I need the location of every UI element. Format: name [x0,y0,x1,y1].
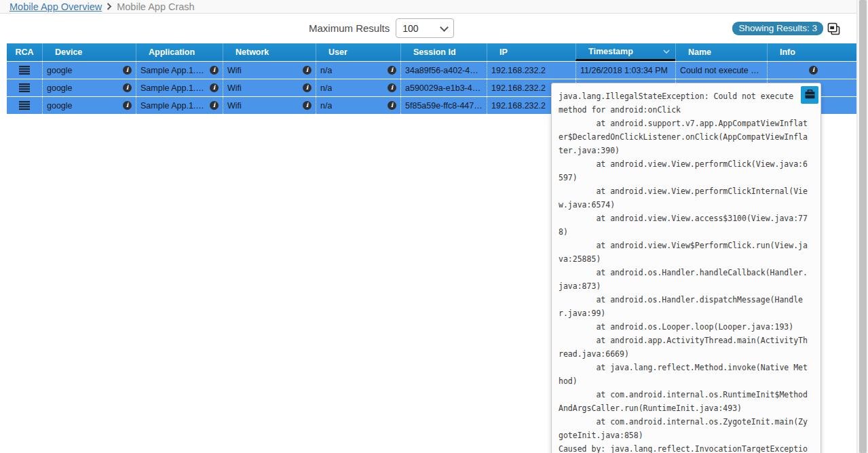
info-icon[interactable] [123,66,132,75]
info-icon[interactable] [303,66,312,75]
timestamp-value: 11/26/2018 1:03:34 PM [580,66,668,75]
chevron-down-icon [663,47,670,56]
copy-button[interactable] [801,86,818,104]
ip-value: 192.168.232.2 [491,66,546,75]
application-value: Sample App.1.8.5.1-S [140,101,207,111]
max-results-select[interactable]: 100 [396,18,454,38]
column-header-info[interactable]: Info [767,43,856,61]
application-value: Sample App.1.8.5.1-S [140,83,207,93]
stack-trace-text: java.lang.IllegalStateException: Could n… [552,83,820,453]
info-icon[interactable] [303,83,312,92]
max-results-control: Maximum Results 100 [309,18,454,38]
info-icon[interactable] [210,83,219,92]
column-header-name[interactable]: Name [675,43,767,61]
info-icon[interactable] [210,66,219,75]
session-id-value: 34a89f56-a402-4bd6-... [405,66,483,75]
info-icon[interactable] [809,66,818,75]
ip-value: 192.168.232.2 [491,101,546,111]
user-cell: n/a [316,97,400,114]
column-header-session-id[interactable]: Session Id [400,43,487,61]
export-results-icon[interactable] [827,22,840,35]
results-summary: Showing Results: 3 [732,22,840,35]
column-header-rca[interactable]: RCA [7,43,42,61]
network-value: Wifi [227,83,242,93]
session-id-value: 5f85a59e-ffc8-4471-9... [405,101,483,111]
ip-value: 192.168.232.2 [491,83,546,93]
name-value: Could not execute me... [680,66,763,75]
device-value: google [47,66,73,75]
user-cell: n/a [316,79,400,96]
chevron-right-icon [107,1,112,12]
max-results-label: Maximum Results [309,22,390,34]
device-cell: google [42,97,136,114]
info-icon[interactable] [388,66,396,75]
network-cell: Wifi [223,97,316,114]
session-id-cell: 34a89f56-a402-4bd6-... [400,62,487,79]
rca-cell [7,79,42,96]
user-cell: n/a [316,62,400,79]
user-value: n/a [320,66,332,75]
session-id-value: a590029a-e1b3-464e... [405,83,483,93]
application-value: Sample App.1.8.5.1-S [140,66,207,75]
rca-cell [7,62,42,79]
info-icon[interactable] [388,83,396,92]
device-cell: google [42,79,136,96]
column-header-network[interactable]: Network [223,43,316,61]
rca-list-icon[interactable] [19,66,30,75]
info-icon[interactable] [388,101,396,110]
column-header-application[interactable]: Application [136,43,223,61]
info-icon[interactable] [210,101,219,110]
device-value: google [47,83,73,93]
info-icon[interactable] [123,101,132,110]
breadcrumb-link[interactable]: Mobile App Overview [10,1,102,12]
info-icon[interactable] [123,83,132,92]
network-value: Wifi [227,66,242,75]
column-header-user[interactable]: User [316,43,400,61]
application-cell: Sample App.1.8.5.1-S [136,62,223,79]
column-header-timestamp[interactable]: Timestamp [575,43,675,61]
vertical-scrollbar[interactable] [856,0,868,453]
stack-trace-popup: java.lang.IllegalStateException: Could n… [551,83,821,453]
network-value: Wifi [227,101,242,111]
table-header-row: RCA Device Application Network User Sess… [7,43,856,61]
device-value: google [47,101,73,111]
user-value: n/a [320,83,332,93]
session-id-cell: 5f85a59e-ffc8-4471-9... [400,97,487,114]
session-id-cell: a590029a-e1b3-464e... [400,79,487,96]
scrollbar-thumb[interactable] [859,0,867,453]
timestamp-header-label: Timestamp [588,47,633,56]
name-cell: Could not execute me... [675,62,767,79]
breadcrumb-current: Mobile App Crash [117,1,194,12]
rca-list-icon[interactable] [19,83,30,92]
column-header-ip[interactable]: IP [487,43,575,61]
application-cell: Sample App.1.8.5.1-S [136,97,223,114]
info-cell [767,62,856,79]
application-cell: Sample App.1.8.5.1-S [136,79,223,96]
device-cell: google [42,62,136,79]
network-cell: Wifi [223,62,316,79]
network-cell: Wifi [223,79,316,96]
showing-results-badge: Showing Results: 3 [732,22,823,35]
rca-cell [7,97,42,114]
copy-briefcase-icon [805,90,815,101]
rca-list-icon[interactable] [19,101,30,110]
ip-cell: 192.168.232.2 [487,62,575,79]
timestamp-cell: 11/26/2018 1:03:34 PM [575,62,675,79]
column-header-device[interactable]: Device [42,43,136,61]
breadcrumb: Mobile App Overview Mobile App Crash [0,0,856,14]
info-icon[interactable] [303,101,312,110]
user-value: n/a [320,101,332,111]
table-row[interactable]: google Sample App.1.8.5.1-S Wifi n/a 34a… [7,62,856,79]
